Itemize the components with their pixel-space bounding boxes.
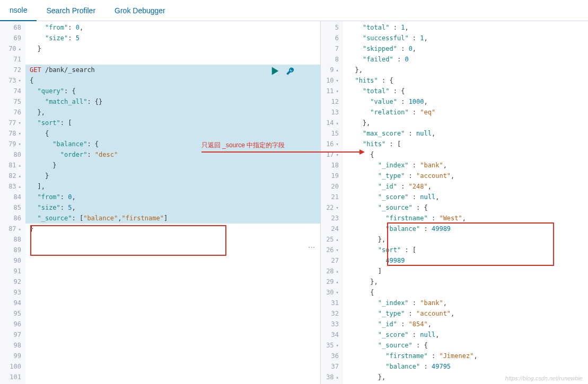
code-line[interactable]: }, [343, 276, 588, 287]
fold-toggle-icon[interactable]: ▴ [19, 181, 21, 192]
code-line[interactable]: "balance" : 49989 [343, 224, 588, 234]
code-line[interactable]: }, [343, 65, 588, 75]
code-line[interactable]: "firstname" : "West", [343, 213, 588, 224]
code-line[interactable]: { [343, 287, 588, 298]
code-line[interactable]: }, [343, 234, 588, 245]
code-line[interactable]: "failed" : 0 [343, 54, 588, 65]
fold-toggle-icon[interactable]: ▴ [19, 160, 21, 171]
code-line[interactable]: "from": 0, [25, 22, 320, 33]
fold-toggle-icon[interactable]: ▾ [336, 202, 339, 213]
fold-toggle-icon[interactable]: ▾ [19, 118, 21, 128]
code-line[interactable] [25, 245, 320, 255]
line-number: 79▾ [0, 139, 21, 149]
line-number: 37 [321, 361, 339, 372]
response-viewer[interactable]: "total" : 1, "successful" : 1, "skipped"… [343, 21, 588, 384]
code-line[interactable] [25, 298, 320, 308]
fold-toggle-icon[interactable]: ▾ [19, 128, 21, 139]
code-line[interactable] [25, 361, 320, 372]
line-number: 70▴ [0, 43, 21, 54]
code-line[interactable]: "_source" : { [343, 202, 588, 213]
code-line[interactable]: "max_score" : null, [343, 128, 588, 139]
code-line[interactable] [25, 329, 320, 340]
code-line[interactable]: "order": "desc" [25, 149, 320, 160]
code-line[interactable]: "size": 5 [25, 33, 320, 43]
code-line[interactable]: "sort" : [ [343, 245, 588, 255]
code-line[interactable]: "hits" : { [343, 75, 588, 86]
fold-toggle-icon[interactable]: ▴ [336, 276, 339, 287]
code-line[interactable] [25, 319, 320, 329]
code-line[interactable]: { [343, 149, 588, 160]
code-line[interactable] [25, 234, 320, 245]
code-line[interactable]: "from": 0, [25, 192, 320, 202]
code-line[interactable]: } [25, 43, 320, 54]
fold-toggle-icon[interactable]: ▾ [336, 340, 339, 351]
tab-grok-debugger[interactable]: Grok Debugger [105, 0, 175, 21]
fold-toggle-icon[interactable]: ▾ [336, 287, 339, 298]
code-line[interactable]: "_score" : null, [343, 192, 588, 202]
fold-toggle-icon[interactable]: ▾ [336, 75, 339, 86]
line-number: 73▾ [0, 75, 21, 86]
code-line[interactable]: "relation" : "eq" [343, 107, 588, 118]
code-line[interactable]: }, [343, 118, 588, 128]
code-line[interactable]: "value" : 1000, [343, 96, 588, 107]
code-line[interactable]: "skipped" : 0, [343, 43, 588, 54]
code-line[interactable]: } [25, 171, 320, 181]
fold-toggle-icon[interactable]: ▴ [19, 43, 21, 54]
code-line[interactable]: "_source": ["balance","firstname"] [25, 213, 320, 224]
code-line[interactable] [25, 308, 320, 319]
fold-toggle-icon[interactable]: ▾ [336, 139, 339, 149]
code-line[interactable]: ] [343, 266, 588, 276]
code-line[interactable]: "_type" : "account", [343, 308, 588, 319]
fold-toggle-icon[interactable]: ▾ [336, 245, 339, 255]
code-line[interactable] [25, 276, 320, 287]
code-line[interactable] [25, 266, 320, 276]
fold-toggle-icon[interactable]: ▾ [336, 86, 339, 96]
code-line[interactable]: "match_all": {} [25, 96, 320, 107]
code-line[interactable]: "size": 5, [25, 202, 320, 213]
code-line[interactable] [25, 351, 320, 361]
code-line[interactable]: "_source" : { [343, 340, 588, 351]
code-line[interactable]: "total" : { [343, 86, 588, 96]
fold-toggle-icon[interactable]: ▴ [336, 65, 339, 75]
tab-search-profiler[interactable]: Search Profiler [37, 0, 105, 21]
code-line[interactable]: "query": { [25, 86, 320, 96]
fold-toggle-icon[interactable]: ▴ [19, 171, 21, 181]
code-line[interactable]: "_id" : "248", [343, 181, 588, 192]
code-line[interactable]: 49989 [343, 255, 588, 266]
code-line[interactable] [25, 340, 320, 351]
code-line[interactable] [25, 287, 320, 298]
code-line[interactable]: "_index" : "bank", [343, 298, 588, 308]
code-line[interactable]: }, [25, 107, 320, 118]
code-line[interactable]: "sort": [ [25, 118, 320, 128]
code-line[interactable]: "_score" : null, [343, 329, 588, 340]
fold-toggle-icon[interactable]: ▴ [336, 372, 339, 382]
fold-toggle-icon[interactable]: ▾ [19, 139, 21, 149]
fold-toggle-icon[interactable]: ▴ [336, 118, 339, 128]
code-line[interactable]: "_type" : "account", [343, 171, 588, 181]
code-line[interactable]: ], [25, 181, 320, 192]
code-line[interactable] [25, 372, 320, 382]
code-line[interactable] [25, 54, 320, 65]
code-line[interactable]: "firstname" : "Jimenez", [343, 351, 588, 361]
code-line[interactable]: } [25, 224, 320, 234]
wrench-icon[interactable] [286, 66, 296, 76]
tab-console[interactable]: nsole [0, 0, 37, 21]
fold-toggle-icon[interactable]: ▾ [19, 75, 21, 86]
fold-toggle-icon[interactable]: ▴ [336, 266, 339, 276]
line-number: 88 [0, 234, 21, 245]
fold-toggle-icon[interactable]: ▾ [336, 149, 339, 160]
code-line[interactable]: "balance" : 49795 [343, 361, 588, 372]
code-line[interactable]: { [25, 75, 320, 86]
fold-toggle-icon[interactable]: ▴ [336, 234, 339, 245]
code-line[interactable]: } [25, 160, 320, 171]
code-line[interactable]: { [25, 128, 320, 139]
resize-handle-icon[interactable]: ⋮ [308, 244, 316, 252]
fold-toggle-icon[interactable]: ▴ [19, 224, 21, 234]
code-line[interactable]: "total" : 1, [343, 22, 588, 33]
play-icon[interactable] [270, 66, 280, 76]
code-line[interactable]: "hits" : [ [343, 139, 588, 149]
code-line[interactable]: "_id" : "854", [343, 319, 588, 329]
code-line[interactable]: "successful" : 1, [343, 33, 588, 43]
code-line[interactable] [25, 255, 320, 266]
code-line[interactable]: "_index" : "bank", [343, 160, 588, 171]
